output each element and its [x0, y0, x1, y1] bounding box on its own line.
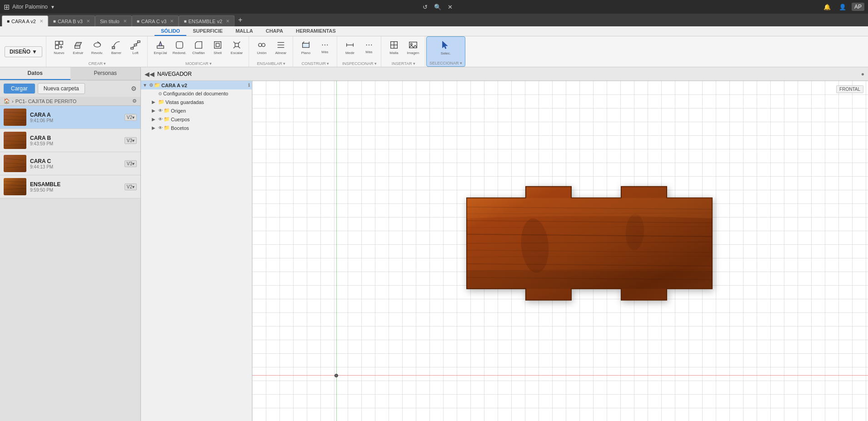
profile-button[interactable]: 👤	[836, 3, 849, 11]
seleccionar-buttons: Selec.	[437, 38, 455, 58]
tree-item-root[interactable]: ▼ ⚙ 📁 CARA A v2 ℹ	[141, 81, 252, 89]
tree-item-vistas[interactable]: ▶ 📁 Vistas guardadas	[141, 98, 252, 106]
new-folder-button[interactable]: Nueva carpeta	[38, 83, 85, 94]
toolbar-design-group: DISEÑO ▼	[2, 36, 46, 67]
align-button[interactable]: Alinear	[272, 37, 290, 57]
tab-cara-a-v2[interactable]: ■ CARA A v2 ✕	[2, 15, 48, 26]
tree-eye-icon-cuerpos[interactable]: 👁	[158, 117, 163, 122]
tree-folder-icon-cuerpos: 📁	[164, 116, 170, 122]
svg-point-25	[259, 43, 262, 46]
datos-tab[interactable]: Datos	[0, 67, 70, 80]
user-name[interactable]: Aitor Palomino	[12, 4, 48, 10]
ensamble-time: 9:59:50 PM	[30, 188, 121, 193]
tab-label-cara-a: CARA A v2	[11, 19, 36, 24]
scale-button[interactable]: Escalar	[228, 37, 246, 57]
fillet-button[interactable]: Redond.	[170, 37, 189, 57]
navigator-title: NAVEGADOR	[157, 71, 192, 77]
tab-sin-titulo[interactable]: Sin título ✕	[95, 15, 132, 26]
tree-eye-icon-bocetos[interactable]: 👁	[158, 125, 163, 130]
press-pull-button[interactable]: Emp/Jal	[151, 37, 170, 57]
revolve-button[interactable]: Revolv.	[88, 37, 106, 57]
tab-close-cara-b[interactable]: ✕	[86, 19, 90, 24]
extrude-button[interactable]: Extruir	[69, 37, 87, 57]
tab-cara-b-v3[interactable]: ■ CARA B v3 ✕	[48, 15, 95, 26]
titlebar-right: 🔔 👤 AP	[821, 3, 864, 11]
navigator-hide-button[interactable]: ●	[861, 71, 864, 77]
file-item-cara-c[interactable]: CARA C 9:44:13 PM V3▾	[0, 152, 140, 175]
breadcrumb-settings-icon[interactable]: ⚙	[132, 98, 137, 104]
viewport[interactable]: FRONTAL	[252, 81, 868, 421]
sweep-label: Barrer	[111, 51, 121, 55]
refresh-button[interactable]: ↺	[420, 3, 430, 11]
red-axis	[252, 375, 868, 376]
tab-close-cara-a[interactable]: ✕	[40, 19, 43, 24]
design-arrow-icon: ▼	[32, 49, 37, 55]
tree-info-icon-root[interactable]: ℹ	[248, 83, 250, 88]
sub-tab-chapa[interactable]: CHAPA	[259, 26, 289, 36]
tree-item-bocetos[interactable]: ▶ 👁 📁 Bocetos	[141, 124, 252, 132]
tab-close-cara-c[interactable]: ✕	[170, 19, 174, 24]
insert-image-button[interactable]: Imagen	[404, 37, 422, 57]
construir-more-button[interactable]: ⋯ Más	[316, 37, 334, 57]
load-button[interactable]: Cargar	[4, 84, 35, 94]
tab-cara-c-v3[interactable]: ■ CARA C v3 ✕	[132, 15, 179, 26]
add-tab-button[interactable]: +	[234, 16, 246, 24]
avatar[interactable]: AP	[852, 3, 864, 11]
left-actions: Cargar Nueva carpeta ⚙	[0, 80, 140, 97]
construir-more-icon: ⋯	[321, 40, 329, 49]
toolbar-insertar-group: Malla Imagen INSERTAR ▾	[382, 36, 425, 67]
personas-tab[interactable]: Personas	[70, 67, 141, 80]
breadcrumb-home-icon[interactable]: 🏠	[4, 98, 10, 104]
navigator-collapse-button[interactable]: ◀◀	[145, 70, 155, 78]
toolbar-ensamblar-group: Unión Alinear ENSAMBLAR ▾	[250, 36, 293, 67]
tree-item-origen[interactable]: ▶ 👁 📁 Origen	[141, 106, 252, 115]
tab-label-ensamble: ENSAMBLE v2	[188, 19, 222, 24]
insertar-group-label: INSERTAR ▾	[392, 61, 415, 66]
user-dropdown-icon[interactable]: ▼	[50, 5, 55, 10]
tab-label-sin-titulo: Sin título	[100, 19, 120, 24]
inspect-more-button[interactable]: ⋯ Más	[360, 37, 378, 57]
tab-close-ensamble[interactable]: ✕	[226, 19, 229, 24]
seleccionar-group-label: SELECCIONAR ▾	[429, 61, 462, 65]
sub-tab-malla[interactable]: MALLA	[229, 26, 259, 36]
joint-button[interactable]: Unión	[253, 37, 271, 57]
app-grid-icon[interactable]: ⊞	[4, 3, 10, 11]
cara-c-version: V3▾	[125, 160, 137, 167]
tree-item-cuerpos[interactable]: ▶ 👁 📁 Cuerpos	[141, 115, 252, 124]
chamfer-button[interactable]: Chaflán	[190, 37, 208, 57]
new-component-button[interactable]: Nuevo	[50, 37, 68, 57]
modificar-buttons: Emp/Jal Redond. Chaflán Shell Escalar	[151, 37, 246, 57]
insertar-buttons: Malla Imagen	[385, 37, 422, 57]
svg-rect-16	[176, 41, 183, 48]
close-button[interactable]: ✕	[445, 3, 455, 11]
design-dropdown-button[interactable]: DISEÑO ▼	[5, 46, 42, 57]
sub-tab-superficie[interactable]: SUPERFICIE	[186, 26, 229, 36]
sweep-button[interactable]: Barrer	[107, 37, 125, 57]
construir-buttons: Plano ⋯ Más	[297, 37, 334, 57]
file-item-cara-a[interactable]: CARA A 9:41:06 PM V2▾	[0, 106, 140, 129]
tree-item-config[interactable]: ▶ ⚙ Configuración del documento	[141, 89, 252, 98]
main-area: Datos Personas Cargar Nueva carpeta ⚙ 🏠 …	[0, 67, 868, 421]
tree-eye-icon-origen[interactable]: 👁	[158, 108, 163, 113]
file-item-ensamble[interactable]: ENSAMBLE 9:59:50 PM V2▾	[0, 175, 140, 198]
file-item-cara-b[interactable]: CARA B 9:43:59 PM V3▾	[0, 129, 140, 152]
sub-tab-herramientas[interactable]: HERRAMIENTAS	[289, 26, 342, 36]
loft-button[interactable]: Loft	[126, 37, 145, 57]
extrude-label: Extruir	[73, 51, 83, 55]
inspeccionar-group-label: INSPECCIONAR ▾	[342, 61, 377, 66]
file-info-ensamble: ENSAMBLE 9:59:50 PM	[30, 181, 121, 193]
svg-rect-20	[235, 43, 238, 46]
tab-ensamble-v2[interactable]: ■ ENSAMBLE v2 ✕	[179, 15, 234, 26]
measure-button[interactable]: Medir	[341, 37, 359, 57]
tree-label-bocetos: Bocetos	[171, 125, 189, 131]
left-panel-settings-button[interactable]: ⚙	[131, 85, 137, 92]
insert-mesh-button[interactable]: Malla	[385, 37, 403, 57]
tab-close-sin-titulo[interactable]: ✕	[123, 19, 127, 24]
notifications-button[interactable]: 🔔	[821, 3, 833, 11]
plane-button[interactable]: Plano	[297, 37, 315, 57]
select-tool-button[interactable]: Selec.	[437, 38, 455, 58]
shell-button[interactable]: Shell	[209, 37, 227, 57]
search-button[interactable]: 🔍	[431, 3, 444, 11]
sub-tab-solido[interactable]: SÓLIDO	[155, 26, 186, 36]
breadcrumb-separator: ›	[12, 99, 14, 104]
